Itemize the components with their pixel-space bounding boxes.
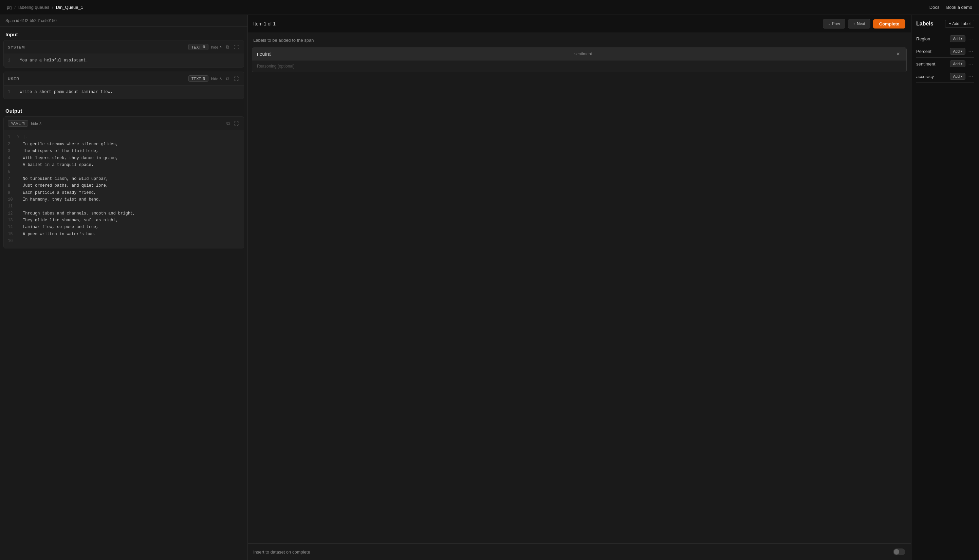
- span-label-close-btn[interactable]: ✕: [895, 51, 902, 57]
- span-id: Span id 61f2-b52d1ce50150: [5, 18, 57, 23]
- user-controls: TEXT ⇅ hide ∧ ⧉ ⛶: [188, 75, 240, 82]
- input-title: Input: [0, 27, 247, 40]
- user-hide-btn[interactable]: hide ∧: [211, 77, 222, 81]
- breadcrumb-prj[interactable]: prj: [7, 5, 12, 10]
- user-copy-btn[interactable]: ⧉: [225, 75, 230, 82]
- span-label-top: neutral sentiment ✕: [252, 48, 906, 60]
- label-actions-region: Add ▾ ⋯: [950, 35, 974, 42]
- labels-subtitle: Labels to be added to the span: [248, 33, 911, 48]
- add-label-button[interactable]: + Add Label: [945, 20, 974, 28]
- system-type-badge[interactable]: TEXT ⇅: [188, 44, 208, 50]
- output-controls: YAML ⇅ hide ∧: [8, 120, 42, 127]
- left-panel: Span id 61f2-b52d1ce50150 Input SYSTEM T…: [0, 15, 248, 560]
- system-copy-btn[interactable]: ⧉: [225, 43, 230, 51]
- labels-title: Labels: [916, 21, 934, 27]
- output-hide-btn[interactable]: hide ∧: [31, 121, 42, 125]
- output-line-14: 14 Laminar flow, so pure and true,: [8, 224, 240, 230]
- add-dropdown-accuracy[interactable]: Add ▾: [950, 73, 966, 80]
- output-line-16: 16: [8, 238, 240, 244]
- right-panel: Labels + Add Label Region Add ▾ ⋯ Percen…: [911, 15, 979, 560]
- user-type-badge[interactable]: TEXT ⇅: [188, 75, 208, 82]
- label-actions-sentiment: Add ▾ ⋯: [950, 60, 974, 67]
- output-title: Output: [0, 103, 247, 117]
- center-header: Item 1 of 1 ↓ Prev ↑ Next Complete: [248, 15, 911, 33]
- main-layout: Span id 61f2-b52d1ce50150 Input SYSTEM T…: [0, 15, 979, 560]
- nav-links: Docs Book a demo: [929, 5, 972, 10]
- span-id-bar: Span id 61f2-b52d1ce50150: [0, 15, 247, 27]
- docs-link[interactable]: Docs: [929, 5, 940, 10]
- output-line-12: 12 Through tubes and channels, smooth an…: [8, 210, 240, 217]
- system-role-label: SYSTEM: [8, 45, 25, 49]
- system-hide-btn[interactable]: hide ∧: [211, 45, 222, 49]
- toggle-switch[interactable]: [893, 548, 906, 555]
- add-dropdown-region[interactable]: Add ▾: [950, 35, 966, 42]
- output-line-11: 11: [8, 203, 240, 210]
- output-line-13: 13 They glide like shadows, soft as nigh…: [8, 217, 240, 224]
- system-message-content: 1 You are a helpful assistant.: [4, 54, 244, 67]
- label-name-sentiment: sentiment: [916, 62, 935, 67]
- span-label-value: neutral: [257, 51, 272, 57]
- breadcrumb: prj / labeling queues / Din_Queue_1: [7, 5, 83, 10]
- center-bottom: Insert to dataset on complete: [248, 543, 911, 560]
- toggle-knob: [894, 549, 899, 555]
- output-line-6: 6: [8, 168, 240, 175]
- labels-header: Labels + Add Label: [916, 20, 974, 28]
- span-label-box: neutral sentiment ✕: [252, 48, 907, 72]
- user-message-block: USER TEXT ⇅ hide ∧ ⧉ ⛶ 1 Wr: [3, 72, 244, 99]
- item-counter: Item 1 of 1: [253, 21, 276, 27]
- system-message-header: SYSTEM TEXT ⇅ hide ∧ ⧉ ⛶: [4, 40, 244, 54]
- breadcrumb-queue-name: Din_Queue_1: [56, 5, 83, 10]
- reasoning-input[interactable]: [252, 60, 906, 72]
- more-btn-percent[interactable]: ⋯: [967, 48, 974, 55]
- system-expand-btn[interactable]: ⛶: [233, 43, 240, 51]
- label-actions-percent: Add ▾ ⋯: [950, 48, 974, 55]
- label-row-sentiment: sentiment Add ▾ ⋯: [916, 58, 974, 70]
- output-line-5: 5 A ballet in a tranquil space.: [8, 162, 240, 168]
- prev-arrow-icon: ↓: [828, 22, 830, 26]
- breadcrumb-queues[interactable]: labeling queues: [18, 5, 49, 10]
- output-line-1: 1 v |-: [8, 134, 240, 140]
- next-arrow-icon: ↑: [853, 22, 855, 26]
- label-name-percent: Percent: [916, 49, 931, 54]
- output-line-2: 2 In gentle streams where silence glides…: [8, 141, 240, 148]
- user-message-content: 1 Write a short poem about laminar flow.: [4, 85, 244, 99]
- output-line-8: 8 Just ordered paths, and quiet lore,: [8, 182, 240, 189]
- label-row-percent: Percent Add ▾ ⋯: [916, 45, 974, 58]
- user-role-label: USER: [8, 77, 19, 81]
- next-button[interactable]: ↑ Next: [848, 19, 871, 28]
- output-content: 1 v |- 2 In gentle streams where silence…: [4, 130, 244, 248]
- center-panel: Item 1 of 1 ↓ Prev ↑ Next Complete Label…: [248, 15, 911, 560]
- output-expand-btn[interactable]: ⛶: [233, 120, 240, 127]
- complete-button[interactable]: Complete: [873, 19, 906, 28]
- more-btn-accuracy[interactable]: ⋯: [967, 73, 974, 80]
- label-name-region: Region: [916, 36, 930, 42]
- prev-button[interactable]: ↓ Prev: [823, 19, 845, 28]
- output-line-7: 7 No turbulent clash, no wild uproar,: [8, 175, 240, 182]
- top-nav: prj / labeling queues / Din_Queue_1 Docs…: [0, 0, 979, 15]
- book-demo-link[interactable]: Book a demo: [946, 5, 972, 10]
- output-message-header: YAML ⇅ hide ∧ ⧉ ⛶: [4, 117, 244, 130]
- output-line-4: 4 With layers sleek, they dance in grace…: [8, 155, 240, 162]
- more-btn-sentiment[interactable]: ⋯: [967, 61, 974, 67]
- output-line-10: 10 In harmony, they twist and bend.: [8, 196, 240, 203]
- system-message-block: SYSTEM TEXT ⇅ hide ∧ ⧉ ⛶ 1: [3, 40, 244, 68]
- label-row-accuracy: accuracy Add ▾ ⋯: [916, 70, 974, 83]
- user-message-header: USER TEXT ⇅ hide ∧ ⧉ ⛶: [4, 72, 244, 85]
- insert-label: Insert to dataset on complete: [253, 550, 310, 555]
- more-btn-region[interactable]: ⋯: [967, 36, 974, 42]
- breadcrumb-sep-1: /: [14, 5, 16, 10]
- system-line-1: 1 You are a helpful assistant.: [8, 57, 240, 64]
- label-name-accuracy: accuracy: [916, 74, 934, 79]
- user-line-1: 1 Write a short poem about laminar flow.: [8, 89, 240, 95]
- output-copy-btn[interactable]: ⧉: [225, 120, 231, 127]
- output-line-3: 3 The whispers of the fluid bide,: [8, 148, 240, 155]
- add-dropdown-sentiment[interactable]: Add ▾: [950, 60, 966, 67]
- nav-buttons: ↓ Prev ↑ Next Complete: [823, 19, 906, 28]
- label-actions-accuracy: Add ▾ ⋯: [950, 73, 974, 80]
- add-dropdown-percent[interactable]: Add ▾: [950, 48, 966, 55]
- output-type-badge[interactable]: YAML ⇅: [8, 120, 28, 127]
- output-line-15: 15 A poem written in water's hue.: [8, 231, 240, 238]
- breadcrumb-sep-2: /: [52, 5, 53, 10]
- output-line-9: 9 Each particle a steady friend,: [8, 189, 240, 196]
- user-expand-btn[interactable]: ⛶: [233, 75, 240, 82]
